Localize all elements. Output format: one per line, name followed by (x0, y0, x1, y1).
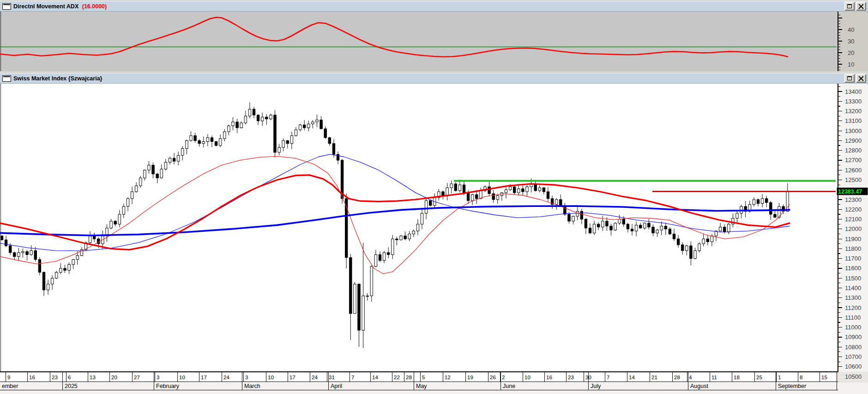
adx-chart-canvas[interactable]: 40302010 (0, 12, 868, 71)
close-icon (858, 76, 864, 81)
candle-body (585, 219, 587, 228)
candle-body (160, 169, 163, 178)
x-axis-week-label: 5 (422, 375, 425, 380)
maximize-icon (847, 76, 852, 80)
adx-title-label: Directnl Movement ADX (13, 3, 78, 10)
candle-body (295, 130, 297, 136)
adx-titlebar[interactable]: Directnl Movement ADX (16.0000) (0, 1, 868, 12)
price-axis-tick-label: 13000 (845, 127, 862, 134)
chart-window-icon[interactable] (2, 3, 11, 10)
candle-body (597, 224, 600, 227)
candle-body (248, 109, 251, 116)
x-axis-week-label: 24 (223, 375, 229, 380)
candle-body (232, 122, 234, 126)
x-axis-week-label: 12 (445, 375, 451, 380)
x-axis-week-label: 22 (394, 375, 400, 380)
candle-body (26, 252, 28, 255)
candle-body (618, 219, 621, 224)
x-axis-week-label: 26 (490, 375, 496, 380)
smi-plot-area[interactable]: 1340013300132001310013000129001280012700… (0, 84, 868, 394)
smi-title-label: Swiss Market Index {Szwajcaria} (13, 75, 102, 82)
x-axis-week-label: 7 (607, 375, 609, 380)
candle-body (513, 187, 516, 193)
candle-body (728, 224, 730, 232)
candle-body (328, 138, 331, 144)
candle-body (572, 216, 574, 221)
candle-body (496, 196, 499, 200)
candle-body (118, 214, 121, 224)
maximize-button[interactable] (844, 2, 855, 11)
smi-chart-canvas[interactable]: 1340013300132001310013000129001280012700… (0, 84, 868, 394)
x-axis-week-label: 1 (778, 375, 781, 380)
candle-body (127, 199, 129, 206)
maximize-button[interactable] (844, 74, 855, 83)
candle-body (606, 221, 608, 226)
metastock-workspace: Directnl Movement ADX (16.0000) 40302010… (0, 0, 868, 394)
adx-axis-tick-label: 20 (848, 49, 854, 56)
x-axis-week-label: 2 (502, 375, 505, 380)
candle-body (593, 224, 595, 233)
x-axis-week-label: 3 (157, 375, 159, 380)
price-axis-tick-label: 10900 (845, 333, 862, 340)
candle-body (379, 255, 381, 261)
price-axis-tick-label: 12600 (845, 167, 862, 174)
adx-plot-area[interactable]: 40302010 (0, 12, 868, 71)
candle-body (526, 187, 528, 192)
candle-body (627, 224, 629, 229)
x-axis-week-label: 24 (312, 375, 318, 380)
adx-axis-tick-label: 30 (848, 38, 854, 45)
candle-body (236, 122, 238, 128)
x-axis-week-label: 6 (68, 375, 71, 380)
candle-body (509, 187, 511, 189)
candle-body (694, 251, 696, 259)
candle-body (244, 116, 247, 123)
candle-body (761, 199, 763, 204)
candle-body (690, 246, 692, 259)
candle-body (396, 239, 398, 240)
x-axis-week-label: 17 (201, 375, 207, 380)
candle-body (202, 142, 205, 144)
candle-body (228, 126, 230, 132)
candle-body (421, 213, 423, 224)
candle-body (753, 200, 755, 205)
last-price-tag: 12383.47 (837, 188, 868, 195)
candle-body (488, 187, 490, 194)
x-axis-week-label: 14 (372, 375, 378, 380)
candle-body (639, 225, 642, 228)
price-axis-tick-label: 12200 (845, 206, 862, 213)
candle-body (656, 230, 658, 233)
adx-plot-background[interactable] (0, 12, 837, 71)
smi-titlebar[interactable]: Swiss Market Index {Szwajcaria} (0, 73, 868, 84)
adx-current-value: (16.0000) (82, 3, 107, 10)
candle-body (286, 140, 289, 143)
candle-body (223, 132, 226, 139)
candle-body (316, 120, 318, 122)
candle-body (312, 122, 314, 124)
candle-body (766, 199, 768, 203)
close-button[interactable] (856, 2, 866, 11)
candle-body (0, 236, 3, 240)
candle-body (450, 184, 452, 188)
candle-body (240, 123, 242, 128)
candle-body (270, 115, 272, 119)
close-button[interactable] (856, 74, 866, 83)
x-axis-week-label: 4 (689, 375, 692, 380)
candle-body (42, 272, 45, 290)
x-axis-week-label: 10 (524, 375, 530, 380)
smi-plot-background[interactable] (0, 84, 868, 372)
x-axis-week-label: 18 (734, 375, 740, 380)
candle-body (51, 278, 54, 284)
candle-body (555, 200, 558, 205)
x-axis-week-label: 28 (406, 375, 412, 380)
chart-window-icon[interactable] (2, 75, 11, 82)
x-axis-week-label: 21 (651, 375, 657, 380)
candle-body (215, 142, 217, 146)
candle-body (148, 165, 150, 170)
candle-body (337, 154, 339, 160)
candle-body (476, 194, 478, 199)
bottom-strip (0, 383, 868, 394)
candle-body (757, 200, 759, 204)
candle-body (181, 148, 184, 155)
candle-body (471, 194, 474, 200)
candle-body (290, 136, 293, 144)
